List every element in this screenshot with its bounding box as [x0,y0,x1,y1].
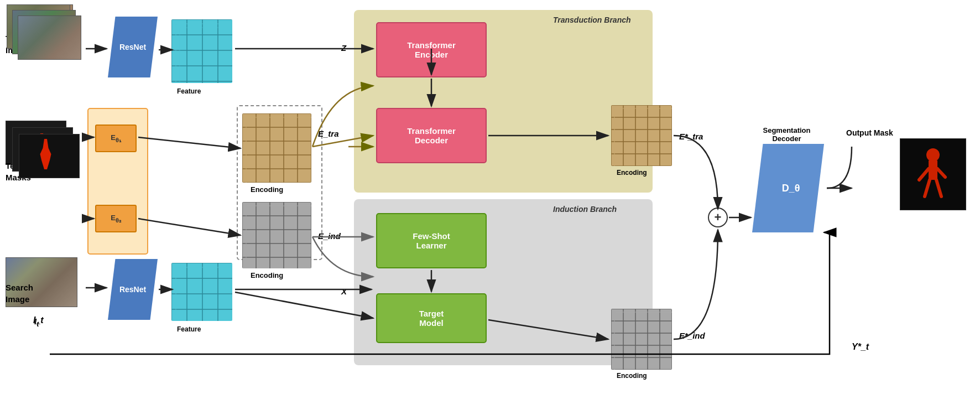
plus-circle: + [708,208,728,227]
svg-line-38 [235,292,373,318]
svg-rect-14 [611,105,672,166]
few-shot-learner-label: Few-Shot Learner [413,231,450,250]
feature-top-label: Feature [177,87,201,95]
segmentation-decoder-box: D_θ [752,144,824,232]
label-search-image: Search Image [6,282,33,305]
x-label: X [341,287,347,296]
feature-grid-bottom [171,263,232,321]
d-theta-label: D_θ [782,183,800,194]
encoding-tra-label: Encoding [251,185,283,194]
target-model-label: Target Model [419,309,444,328]
encoder-theta2: Eθ₂ [95,205,137,232]
output-mask [900,138,966,210]
e-tra-label: E_tra [318,129,339,138]
induction-branch-label: Induction Branch [553,205,617,214]
svg-rect-17 [611,309,672,370]
svg-line-21 [919,169,929,180]
feature-bottom-label: Feature [177,325,201,333]
segmentation-decoder-text: Segmentation Decoder [749,126,824,143]
template-photo-4 [18,15,81,60]
svg-line-22 [937,169,945,177]
svg-rect-20 [929,160,937,180]
e-ind-star-label: E*_ind [679,331,705,340]
diagram-container: Template Images Template Masks Search Im… [0,0,980,394]
encoding-tra-star-label: Encoding [617,169,647,177]
resnet-top-label: ResNet [119,43,146,51]
transformer-encoder-label: Transformer Encoder [407,40,456,59]
svg-line-23 [925,180,930,196]
svg-rect-1 [171,19,232,83]
target-model-box: Target Model [376,293,487,343]
plus-symbol: + [715,211,722,224]
e-ind-label: E_ind [318,231,341,241]
transduction-branch-label: Transduction Branch [553,15,631,24]
mask-photo-3 [19,134,80,178]
svg-rect-5 [171,263,232,321]
svg-rect-8 [242,113,311,183]
encoding-grid-tra [242,113,311,183]
resnet-bottom-label: ResNet [119,285,146,294]
svg-line-47 [138,137,241,148]
transformer-encoder-box: Transformer Encoder [376,22,487,77]
encoding-grid-ind-star [611,309,672,370]
it-label-bottom: It [34,317,39,328]
feature-grid-top [171,19,232,83]
encoder-theta1-label: Eθ₁ [111,133,121,144]
y-star-label: Y*_t [852,342,869,352]
encoding-grid-ind [242,202,311,268]
e-tra-star-label: E*_tra [679,132,703,141]
resnet-top-block: ResNet [108,17,158,77]
encoding-ind-label: Encoding [251,271,283,279]
transformer-decoder-label: Transformer Decoder [407,126,456,145]
svg-rect-11 [242,202,311,268]
transformer-decoder-box: Transformer Decoder [376,108,487,163]
svg-line-48 [138,219,241,235]
encoding-ind-star-label: Encoding [617,372,647,380]
z-label: Z [341,43,346,53]
encoder-theta1: Eθ₁ [95,125,137,152]
svg-line-24 [936,180,941,196]
encoder-theta2-label: Eθ₂ [111,214,121,224]
output-mask-label: Output Mask [846,128,893,137]
few-shot-learner-box: Few-Shot Learner [376,213,487,268]
svg-point-19 [926,148,940,162]
resnet-bottom-block: ResNet [108,259,158,320]
encoding-grid-tra-star [611,105,672,166]
